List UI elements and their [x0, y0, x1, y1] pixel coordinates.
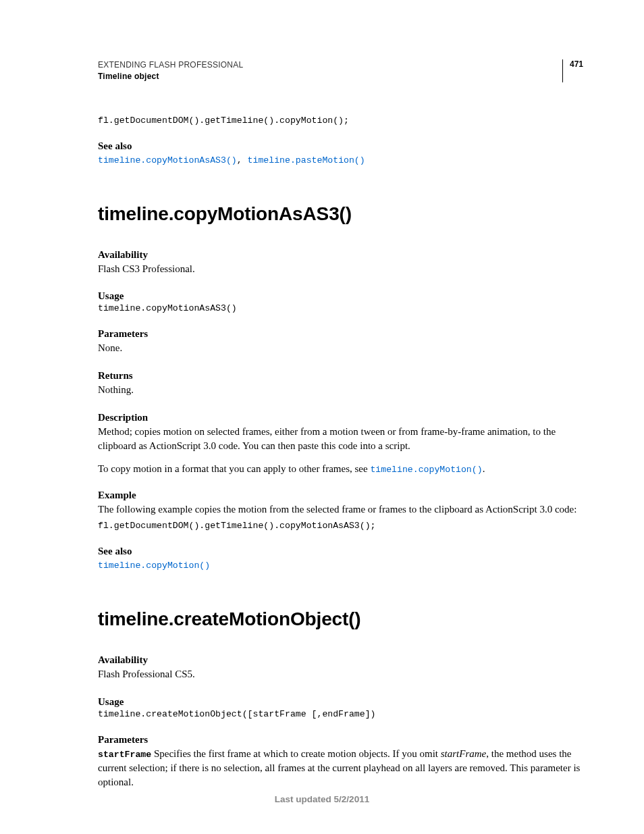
description-text: Method; copies motion on selected frames…: [98, 425, 583, 452]
section-heading-copy-motion-as3: timeline.copyMotionAsAS3(): [98, 203, 583, 225]
section-heading-create-motion-object: timeline.createMotionObject(): [98, 608, 583, 630]
parameter-startframe: startFrame Specifies the first frame at …: [98, 747, 583, 789]
usage-code: timeline.copyMotionAsAS3(): [98, 303, 583, 313]
link-paste-motion[interactable]: timeline.pasteMotion(): [248, 155, 365, 165]
see-also-links: timeline.copyMotionAsAS3(), timeline.pas…: [98, 153, 583, 165]
description-pre: To copy motion in a format that you can …: [98, 463, 370, 474]
availability-label-2: Availability: [98, 654, 583, 666]
link-copy-motion-2[interactable]: timeline.copyMotion(): [98, 561, 210, 571]
param-name-startframe: startFrame: [98, 750, 151, 760]
header-book-title: EXTENDING FLASH PROFESSIONAL: [98, 59, 243, 71]
availability-text: Flash CS3 Professional.: [98, 262, 583, 276]
page-footer: Last updated 5/2/2011: [0, 794, 644, 804]
usage-label: Usage: [98, 290, 583, 302]
parameters-label: Parameters: [98, 328, 583, 340]
description-text-2: To copy motion in a format that you can …: [98, 462, 583, 476]
link-copy-motion[interactable]: timeline.copyMotion(): [370, 465, 482, 475]
availability-text-2: Flash Professional CS5.: [98, 667, 583, 681]
returns-label: Returns: [98, 370, 583, 382]
param-text-pre: Specifies the first frame at which to cr…: [151, 748, 441, 759]
description-label: Description: [98, 412, 583, 423]
see-also-label-2: See also: [98, 546, 583, 557]
example-code: fl.getDocumentDOM().getTimeline().copyMo…: [98, 521, 583, 531]
intro-code: fl.getDocumentDOM().getTimeline().copyMo…: [98, 115, 583, 126]
example-label: Example: [98, 490, 583, 501]
see-also-label: See also: [98, 140, 583, 152]
availability-label: Availability: [98, 249, 583, 261]
parameters-label-2: Parameters: [98, 734, 583, 746]
returns-text: Nothing.: [98, 383, 583, 397]
usage-code-2: timeline.createMotionObject([startFrame …: [98, 709, 583, 719]
comma-separator: ,: [237, 155, 248, 165]
see-also-links-2: timeline.copyMotion(): [98, 558, 583, 571]
param-italic: startFrame: [441, 748, 487, 759]
description-post: .: [483, 463, 485, 474]
example-text: The following example copies the motion …: [98, 502, 583, 517]
header-chapter-title: Timeline object: [98, 71, 243, 82]
usage-label-2: Usage: [98, 696, 583, 708]
header-left: EXTENDING FLASH PROFESSIONAL Timeline ob…: [98, 59, 243, 83]
page-number: 471: [562, 59, 583, 82]
page-number-wrap: 471: [562, 59, 583, 82]
page-container: EXTENDING FLASH PROFESSIONAL Timeline ob…: [0, 0, 644, 834]
link-copy-motion-as-as3[interactable]: timeline.copyMotionAsAS3(): [98, 155, 237, 165]
page-header: EXTENDING FLASH PROFESSIONAL Timeline ob…: [98, 59, 583, 83]
parameters-text: None.: [98, 341, 583, 355]
